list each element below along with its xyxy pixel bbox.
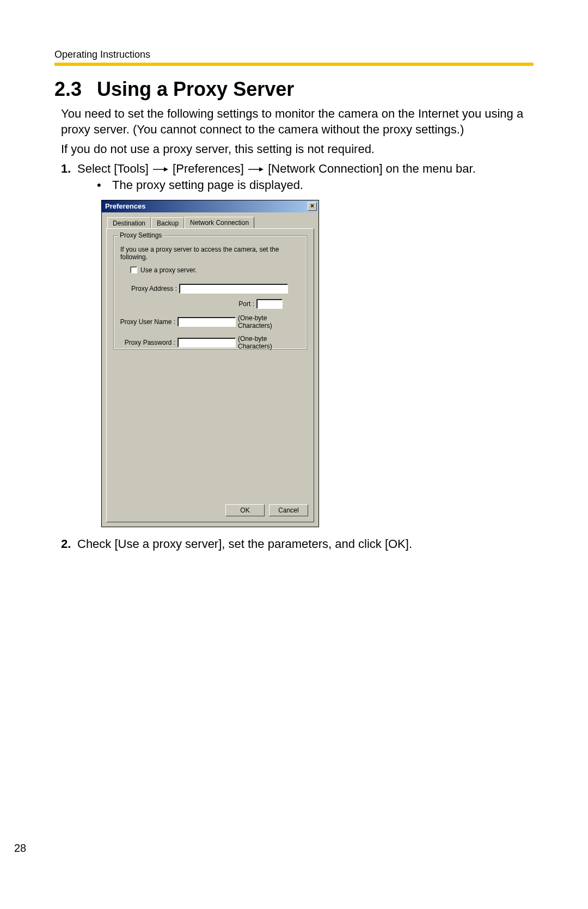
dialog-tabs: Destination Backup Network Connection <box>107 217 314 228</box>
proxy-password-hint: (One-byte Characters) <box>238 335 301 350</box>
port-label: Port : <box>238 300 256 308</box>
header-rule <box>54 63 534 66</box>
use-proxy-row: Use a proxy server. <box>130 266 301 274</box>
proxy-password-row: Proxy Password : (One-byte Characters) <box>119 335 301 350</box>
proxy-password-input[interactable] <box>177 338 236 347</box>
port-row: Port : <box>119 299 301 309</box>
intro-paragraph-2: If you do not use a proxy server, this s… <box>61 142 534 157</box>
cancel-button[interactable]: Cancel <box>269 504 308 516</box>
close-icon[interactable]: × <box>308 202 317 211</box>
step-1-number: 1. <box>61 162 77 176</box>
tab-destination[interactable]: Destination <box>107 217 151 229</box>
bullet-icon: • <box>97 178 112 192</box>
proxy-address-label: Proxy Address : <box>119 285 179 292</box>
proxy-address-row: Proxy Address : <box>119 284 301 294</box>
step-2-text: Check [Use a proxy server], set the para… <box>77 537 534 551</box>
manual-page: Operating Instructions 2.3Using a Proxy … <box>0 0 588 909</box>
tab-panel-network: Proxy Settings If you use a proxy server… <box>106 228 314 522</box>
step-2: 2. Check [Use a proxy server], set the p… <box>61 537 534 551</box>
proxy-address-input[interactable] <box>179 284 288 294</box>
proxy-password-label: Proxy Password : <box>119 339 177 346</box>
running-head: Operating Instructions <box>54 49 534 60</box>
tab-backup[interactable]: Backup <box>151 217 184 229</box>
page-number: 28 <box>14 842 26 855</box>
proxy-instruction: If you use a proxy server to access the … <box>120 246 301 261</box>
step-1-seg-b: [Preferences] <box>173 162 244 175</box>
ok-button[interactable]: OK <box>225 504 265 516</box>
use-proxy-label: Use a proxy server. <box>140 266 197 274</box>
tab-network-connection[interactable]: Network Connection <box>185 217 254 228</box>
proxy-settings-legend: Proxy Settings <box>118 231 163 239</box>
step-1-bullet: • The proxy setting page is displayed. <box>97 178 534 192</box>
step-2-number: 2. <box>61 537 77 551</box>
arrow-icon <box>153 166 168 173</box>
svg-marker-3 <box>259 167 264 172</box>
dialog-figure: Preferences × Destination Backup Network… <box>101 200 534 527</box>
svg-marker-1 <box>164 167 168 172</box>
port-input[interactable] <box>256 299 283 309</box>
proxy-user-label: Proxy User Name : <box>119 318 177 326</box>
dialog-button-row: OK Cancel <box>225 504 308 516</box>
section-title-text: Using a Proxy Server <box>97 78 294 100</box>
preferences-dialog: Preferences × Destination Backup Network… <box>101 200 319 527</box>
step-1-text: Select [Tools] [Preferences] [Network Co… <box>77 162 534 176</box>
proxy-settings-group: Proxy Settings If you use a proxy server… <box>113 235 307 350</box>
use-proxy-checkbox[interactable] <box>130 266 137 273</box>
arrow-icon <box>248 166 264 173</box>
proxy-user-input[interactable] <box>177 317 236 327</box>
step-1-bullet-text: The proxy setting page is displayed. <box>112 178 303 192</box>
section-number: 2.3 <box>54 78 82 101</box>
proxy-user-row: Proxy User Name : (One-byte Characters) <box>119 314 301 330</box>
dialog-body: Destination Backup Network Connection Pr… <box>102 212 318 527</box>
dialog-title: Preferences <box>105 202 145 210</box>
step-1: 1. Select [Tools] [Preferences] [Network… <box>61 162 534 176</box>
section-heading: 2.3Using a Proxy Server <box>54 78 534 101</box>
intro-paragraph-1: You need to set the following settings t… <box>61 106 534 137</box>
proxy-user-hint: (One-byte Characters) <box>238 314 301 330</box>
dialog-titlebar: Preferences × <box>102 200 318 212</box>
step-1-seg-c: [Network Connection] on the menu bar. <box>268 162 476 175</box>
step-1-seg-a: Select [Tools] <box>77 162 149 175</box>
